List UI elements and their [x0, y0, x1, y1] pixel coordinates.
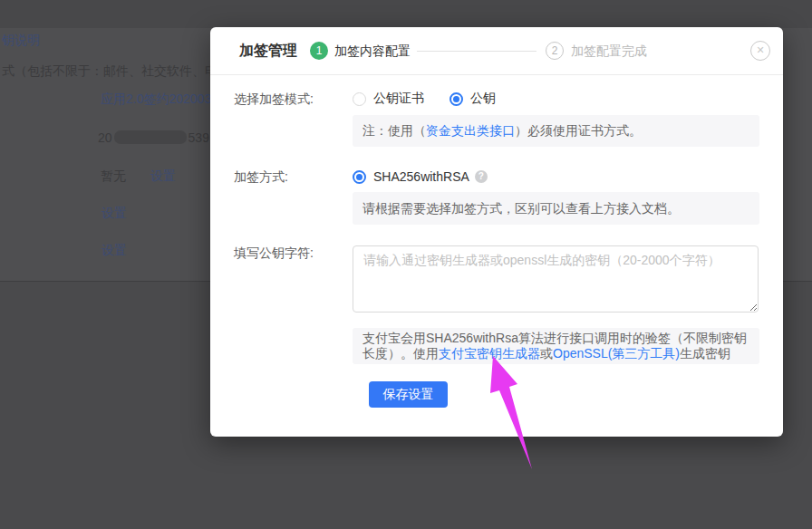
mode-note: 注：使用（资金支出类接口）必须使用证书方式。	[353, 115, 759, 147]
pubkey-field-label: 填写公钥字符:	[234, 245, 314, 262]
number-blur-mask	[114, 130, 187, 144]
bg-settings-link-1: 设置	[150, 168, 176, 185]
signing-management-dialog: 加签管理 1 加签内容配置 2 加签配置完成 ✕ 选择加签模式: 公钥证书 公钥…	[210, 27, 783, 437]
radio-sha256withrsa[interactable]	[353, 170, 366, 184]
method-field-label: 加签方式:	[234, 169, 288, 186]
bg-settings-link-2: 设置	[102, 206, 127, 222]
bg-settings-link-3: 设置	[102, 243, 127, 259]
step-1-badge: 1	[310, 42, 328, 60]
step-2-label: 加签配置完成	[571, 27, 647, 74]
public-key-textarea[interactable]	[353, 245, 759, 313]
dialog-header: 加签管理 1 加签内容配置 2 加签配置完成 ✕	[210, 27, 783, 75]
alipay-key-generator-link[interactable]: 支付宝密钥生成器	[439, 346, 540, 361]
funds-expense-api-link[interactable]: 资金支出类接口	[426, 123, 515, 138]
bg-key-description-link: 钥说明	[2, 33, 40, 49]
bg-masked-account-number: 20539	[98, 130, 209, 145]
save-settings-button[interactable]: 保存设置	[369, 381, 448, 408]
dialog-title: 加签管理	[239, 27, 297, 74]
mode-note-suffix: ）必须使用证书方式。	[515, 123, 642, 138]
help-question-icon[interactable]: ?	[475, 170, 488, 183]
masked-number-suffix: 539	[188, 130, 209, 145]
screen: 钥说明 式（包括不限于：邮件、社交软件、电话 应用2.0签约202003131 …	[0, 0, 812, 529]
step-connector-line	[417, 51, 536, 52]
pubkey-note-part2: 生成密钥	[680, 346, 730, 361]
close-icon[interactable]: ✕	[750, 41, 770, 61]
step-2-badge: 2	[546, 42, 564, 60]
radio-public-key[interactable]	[450, 92, 463, 106]
step-1-label: 加签内容配置	[334, 27, 411, 74]
radio-sha256withrsa-label[interactable]: SHA256withRSA	[373, 169, 469, 184]
masked-number-prefix: 20	[98, 130, 112, 145]
method-radio-group: SHA256withRSA ?	[353, 168, 488, 185]
radio-public-key-label[interactable]: 公钥	[470, 91, 496, 107]
bg-none-label: 暂无	[101, 168, 126, 185]
openssl-link[interactable]: OpenSSL(第三方工具)	[553, 346, 680, 361]
bg-partial-paragraph: 式（包括不限于：邮件、社交软件、电话	[2, 63, 230, 80]
method-note: 请根据需要选择加签方式，区别可以查看上方接入文档。	[353, 192, 759, 225]
dimmed-page-header-band	[0, 0, 812, 29]
mode-field-label: 选择加签模式:	[234, 91, 314, 108]
radio-public-key-certificate[interactable]	[353, 92, 366, 106]
pubkey-note: 支付宝会用SHA256withRsa算法进行接口调用时的验签（不限制密钥长度）。…	[353, 328, 759, 364]
pubkey-note-or: 或	[540, 346, 553, 361]
mode-note-prefix: 注：使用（	[362, 123, 426, 138]
mode-radio-group: 公钥证书 公钥	[353, 91, 496, 107]
radio-public-key-certificate-label[interactable]: 公钥证书	[373, 91, 424, 107]
